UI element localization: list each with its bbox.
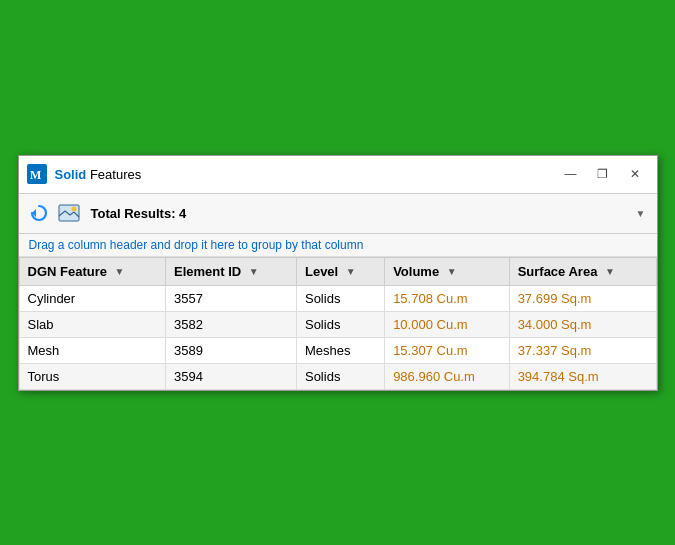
cell-row2-col1: 3589 xyxy=(165,337,296,363)
table-header-row: DGN Feature ▼ Element ID ▼ Level ▼ Volum… xyxy=(19,257,656,285)
filter-icon-element[interactable]: ▼ xyxy=(249,266,261,278)
main-window: M Solid Features — ❐ ✕ Total Results: xyxy=(18,155,658,391)
cell-row0-col4: 37.699 Sq.m xyxy=(509,285,656,311)
window-title: Solid Features xyxy=(55,167,557,182)
cell-row1-col0: Slab xyxy=(19,311,165,337)
title-bar: M Solid Features — ❐ ✕ xyxy=(19,156,657,194)
cell-row1-col2: Solids xyxy=(296,311,384,337)
cell-row0-col1: 3557 xyxy=(165,285,296,311)
col-header-dgn-feature[interactable]: DGN Feature ▼ xyxy=(19,257,165,285)
table-row[interactable]: Torus3594Solids986.960 Cu.m394.784 Sq.m xyxy=(19,363,656,389)
col-header-element-id[interactable]: Element ID ▼ xyxy=(165,257,296,285)
cell-row2-col0: Mesh xyxy=(19,337,165,363)
cell-row1-col4: 34.000 Sq.m xyxy=(509,311,656,337)
filter-icon-level[interactable]: ▼ xyxy=(346,266,358,278)
close-button[interactable]: ✕ xyxy=(621,162,649,186)
scroll-down-button[interactable]: ▼ xyxy=(633,198,649,229)
refresh-button[interactable] xyxy=(27,201,51,225)
cell-row0-col3: 15.708 Cu.m xyxy=(385,285,510,311)
features-table: DGN Feature ▼ Element ID ▼ Level ▼ Volum… xyxy=(19,257,657,390)
minimize-button[interactable]: — xyxy=(557,162,585,186)
app-logo: M xyxy=(27,164,47,184)
window-controls: — ❐ ✕ xyxy=(557,162,649,186)
cell-row3-col0: Torus xyxy=(19,363,165,389)
title-solid-part: Solid xyxy=(55,167,87,182)
cell-row0-col0: Cylinder xyxy=(19,285,165,311)
cell-row2-col4: 37.337 Sq.m xyxy=(509,337,656,363)
drag-hint: Drag a column header and drop it here to… xyxy=(19,234,657,257)
col-header-level[interactable]: Level ▼ xyxy=(296,257,384,285)
col-header-volume[interactable]: Volume ▼ xyxy=(385,257,510,285)
cell-row1-col1: 3582 xyxy=(165,311,296,337)
cell-row3-col3: 986.960 Cu.m xyxy=(385,363,510,389)
toolbar: Total Results: 4 ▼ xyxy=(19,194,657,234)
results-count: Total Results: 4 xyxy=(91,206,187,221)
cell-row3-col2: Solids xyxy=(296,363,384,389)
cell-row1-col3: 10.000 Cu.m xyxy=(385,311,510,337)
filter-icon-dgn[interactable]: ▼ xyxy=(115,266,127,278)
data-table-container[interactable]: DGN Feature ▼ Element ID ▼ Level ▼ Volum… xyxy=(19,257,657,390)
maximize-button[interactable]: ❐ xyxy=(589,162,617,186)
cell-row0-col2: Solids xyxy=(296,285,384,311)
image-export-button[interactable] xyxy=(57,201,81,225)
col-header-surface-area[interactable]: Surface Area ▼ xyxy=(509,257,656,285)
cell-row3-col1: 3594 xyxy=(165,363,296,389)
cell-row2-col3: 15.307 Cu.m xyxy=(385,337,510,363)
svg-point-4 xyxy=(71,207,76,212)
table-row[interactable]: Cylinder3557Solids15.708 Cu.m37.699 Sq.m xyxy=(19,285,656,311)
cell-row2-col2: Meshes xyxy=(296,337,384,363)
filter-icon-volume[interactable]: ▼ xyxy=(447,266,459,278)
table-row[interactable]: Mesh3589Meshes15.307 Cu.m37.337 Sq.m xyxy=(19,337,656,363)
cell-row3-col4: 394.784 Sq.m xyxy=(509,363,656,389)
svg-text:M: M xyxy=(30,168,41,182)
filter-icon-surface[interactable]: ▼ xyxy=(605,266,617,278)
table-row[interactable]: Slab3582Solids10.000 Cu.m34.000 Sq.m xyxy=(19,311,656,337)
title-rest-part: Features xyxy=(86,167,141,182)
